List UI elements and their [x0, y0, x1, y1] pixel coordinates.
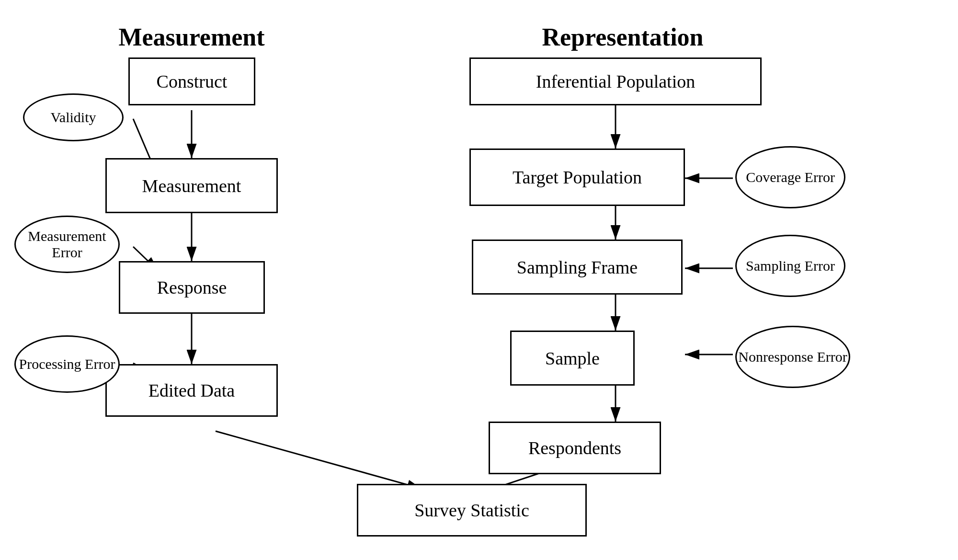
target-population-box: Target Population: [469, 149, 685, 206]
measurement-box: Measurement: [105, 158, 278, 213]
representation-title: Representation: [503, 23, 742, 51]
validity-ellipse: Validity: [23, 93, 124, 141]
measurement-error-ellipse: Measurement Error: [14, 216, 120, 273]
inferential-population-box: Inferential Population: [469, 57, 762, 105]
construct-box: Construct: [128, 57, 255, 105]
nonresponse-error-ellipse: Nonresponse Error: [735, 326, 850, 388]
measurement-title: Measurement: [96, 23, 287, 51]
processing-error-ellipse: Processing Error: [14, 335, 120, 393]
coverage-error-ellipse: Coverage Error: [735, 146, 845, 208]
response-box: Response: [119, 261, 265, 314]
edited-data-box: Edited Data: [105, 364, 278, 417]
sampling-frame-box: Sampling Frame: [472, 240, 683, 295]
survey-statistic-box: Survey Statistic: [357, 484, 587, 537]
diagram-container: Measurement Representation Construct Mea…: [0, 0, 958, 560]
svg-line-8: [216, 431, 422, 489]
respondents-box: Respondents: [489, 422, 661, 474]
sample-box: Sample: [510, 331, 635, 386]
sampling-error-ellipse: Sampling Error: [735, 235, 845, 297]
